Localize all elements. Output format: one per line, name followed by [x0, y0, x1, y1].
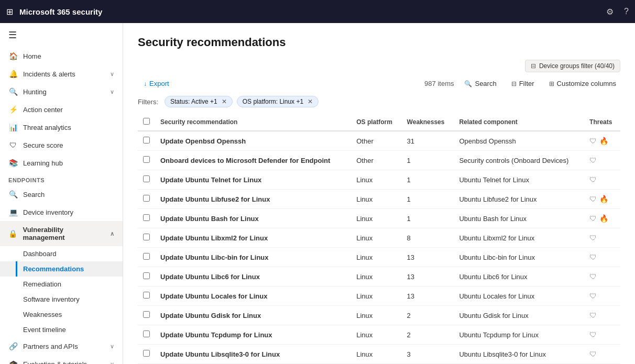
sidebar-subitem-software-inventory[interactable]: Software inventory	[0, 292, 123, 307]
filter-chip-os-close[interactable]: ✕	[308, 98, 313, 105]
rec-weaknesses: 2	[402, 306, 454, 325]
col-header-weaknesses[interactable]: Weaknesses	[402, 114, 454, 131]
device-groups-banner: ⊟ Device groups filter (40/40)	[138, 60, 620, 72]
rec-threats: 🛡	[584, 345, 620, 364]
search-label: Search	[475, 80, 496, 87]
chevron-down-icon: ∨	[110, 71, 114, 78]
sidebar-subitem-event-timeline[interactable]: Event timeline	[0, 322, 123, 337]
sidebar-item-incidents-label: Incidents & alerts	[23, 70, 75, 78]
row-checkbox[interactable]	[143, 175, 150, 182]
search-button[interactable]: 🔍 Search	[460, 78, 500, 90]
row-checkbox[interactable]	[143, 195, 150, 202]
table-row[interactable]: Update Ubuntu Libc-bin for Linux Linux 1…	[138, 248, 620, 267]
shield-threat-icon: 🛡	[589, 272, 597, 281]
hamburger-button[interactable]: ☰	[0, 23, 123, 47]
filter-chip-status[interactable]: Status: Active +1 ✕	[165, 96, 233, 107]
search-icon: 🔍	[8, 190, 18, 198]
row-checkbox[interactable]	[143, 311, 150, 318]
row-checkbox[interactable]	[143, 253, 150, 260]
rec-name: Update Ubuntu Libxml2 for Linux	[155, 228, 351, 248]
col-header-threats[interactable]: Threats	[584, 114, 620, 131]
shield-threat-icon: 🛡	[589, 253, 597, 261]
sidebar-subitem-weaknesses[interactable]: Weaknesses	[0, 307, 123, 322]
customize-columns-button[interactable]: ⊞ Customize columns	[545, 78, 620, 90]
rec-threats: 🛡	[584, 151, 620, 170]
device-groups-filter[interactable]: ⊟ Device groups filter (40/40)	[525, 60, 620, 72]
sidebar-item-learning-hub[interactable]: 📚 Learning hub	[0, 154, 123, 172]
sidebar-item-secure-score[interactable]: 🛡 Secure score	[0, 136, 123, 154]
settings-icon[interactable]: ⚙	[606, 7, 614, 17]
lock-icon: 🔒	[8, 229, 17, 238]
columns-icon: ⊞	[549, 80, 554, 87]
shield-threat-icon: 🛡	[589, 156, 597, 164]
rec-platform: Linux	[351, 190, 401, 209]
rec-component: Ubuntu Libxml2 for Linux	[454, 228, 584, 248]
row-checkbox[interactable]	[143, 137, 150, 144]
row-checkbox[interactable]	[143, 214, 150, 221]
shield-threat-icon: 🛡	[589, 350, 597, 358]
row-checkbox[interactable]	[143, 292, 150, 299]
table-row[interactable]: Update Ubuntu Libsqlite3-0 for Linux Lin…	[138, 345, 620, 364]
sidebar-item-threat-analytics-label: Threat analytics	[23, 124, 71, 131]
col-header-related-component[interactable]: Related component	[454, 114, 584, 131]
row-checkbox[interactable]	[143, 350, 150, 357]
rec-weaknesses: 1	[402, 151, 454, 170]
sidebar-item-search[interactable]: 🔍 Search	[0, 185, 123, 203]
table-row[interactable]: Update Ubuntu Locales for Linux Linux 13…	[138, 286, 620, 306]
sidebar-item-partners-label: Partners and APIs	[23, 343, 78, 350]
sidebar-item-hunting-label: Hunting	[23, 88, 47, 96]
select-all-checkbox[interactable]	[143, 118, 150, 125]
table-row[interactable]: Update Openbsd Openssh Other 31 Openbsd …	[138, 131, 620, 151]
export-button[interactable]: ↓ Export	[138, 76, 175, 91]
rec-component: Ubuntu Bash for Linux	[454, 209, 584, 228]
shield-threat-icon: 🛡	[589, 214, 597, 223]
sidebar-item-evaluation[interactable]: 🎓 Evaluation & tutorials ∨	[0, 355, 123, 364]
sidebar-item-action-center[interactable]: ⚡ Action center	[0, 101, 123, 118]
table-row[interactable]: Update Ubuntu Libc6 for Linux Linux 13 U…	[138, 267, 620, 286]
rec-name: Update Ubuntu Telnet for Linux	[155, 170, 351, 190]
filter-icon: ⊟	[511, 80, 517, 87]
device-icon: 💻	[8, 208, 18, 216]
filter-chip-status-close[interactable]: ✕	[222, 98, 227, 105]
col-header-os-platform[interactable]: OS platform	[351, 114, 401, 131]
sidebar-item-threat-analytics[interactable]: 📊 Threat analytics	[0, 118, 123, 136]
table-row[interactable]: Update Ubuntu Telnet for Linux Linux 1 U…	[138, 170, 620, 190]
sidebar-item-vulnerability-mgmt[interactable]: 🔒 Vulnerability management ∧	[0, 221, 123, 246]
row-checkbox[interactable]	[143, 234, 150, 240]
table-header-row: Security recommendation OS platform Weak…	[138, 114, 620, 131]
sidebar-subitem-remediation-label: Remediation	[23, 280, 61, 288]
shield-threat-icon: 🛡	[589, 311, 597, 319]
sidebar-item-device-inventory[interactable]: 💻 Device inventory	[0, 203, 123, 221]
sidebar-subitem-recommendations[interactable]: Recommendations	[0, 261, 123, 277]
rec-name: Update Ubuntu Locales for Linux	[155, 286, 351, 306]
table-row[interactable]: Onboard devices to Microsoft Defender fo…	[138, 151, 620, 170]
grid-icon[interactable]: ⊞	[6, 7, 13, 17]
row-checkbox[interactable]	[143, 330, 150, 337]
col-header-recommendation[interactable]: Security recommendation	[155, 114, 351, 131]
rec-name: Update Ubuntu Gdisk for Linux	[155, 306, 351, 325]
row-checkbox[interactable]	[143, 272, 150, 279]
sidebar-item-home[interactable]: 🏠 Home	[0, 47, 123, 65]
sidebar-subitem-remediation[interactable]: Remediation	[0, 277, 123, 292]
table-row[interactable]: Update Ubuntu Bash for Linux Linux 1 Ubu…	[138, 209, 620, 228]
table-row[interactable]: Update Ubuntu Gdisk for Linux Linux 2 Ub…	[138, 306, 620, 325]
rec-component: Ubuntu Gdisk for Linux	[454, 306, 584, 325]
filter-button[interactable]: ⊟ Filter	[507, 78, 539, 90]
shield-threat-icon: 🛡	[589, 137, 597, 145]
table-row[interactable]: Update Ubuntu Libfuse2 for Linux Linux 1…	[138, 190, 620, 209]
table-row[interactable]: Update Ubuntu Tcpdump for Linux Linux 2 …	[138, 325, 620, 345]
sidebar-item-hunting[interactable]: 🔍 Hunting ∨	[0, 83, 123, 101]
sidebar-item-learning-hub-label: Learning hub	[23, 159, 63, 167]
row-checkbox[interactable]	[143, 156, 150, 163]
rec-platform: Other	[351, 131, 401, 151]
help-icon[interactable]: ?	[624, 7, 629, 16]
rec-platform: Linux	[351, 306, 401, 325]
table-row[interactable]: Update Ubuntu Libxml2 for Linux Linux 8 …	[138, 228, 620, 248]
select-all-header[interactable]	[138, 114, 155, 131]
sidebar-item-partners[interactable]: 🔗 Partners and APIs ∨	[0, 337, 123, 355]
endpoints-section: Endpoints	[0, 172, 123, 185]
sidebar-subitem-dashboard[interactable]: Dashboard	[0, 246, 123, 261]
sidebar-subitem-event-timeline-label: Event timeline	[23, 326, 66, 334]
filter-chip-os[interactable]: OS platform: Linux +1 ✕	[237, 96, 319, 107]
sidebar-item-incidents[interactable]: 🔔 Incidents & alerts ∨	[0, 65, 123, 83]
